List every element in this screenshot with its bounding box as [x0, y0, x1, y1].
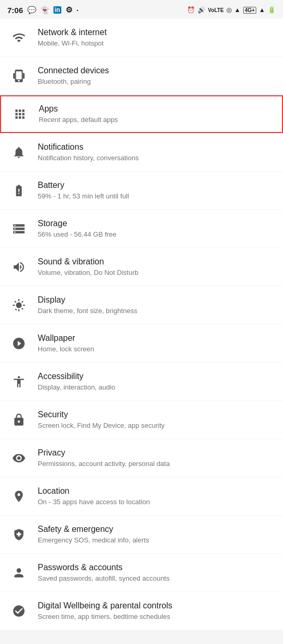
svg-rect-0 [13, 73, 15, 79]
battery-text: Battery 59% - 1 hr, 53 min left until fu… [38, 180, 275, 201]
display-subtitle: Dark theme, font size, brightness [38, 307, 275, 316]
location-status-icon: ◎ [226, 6, 232, 14]
connected-devices-text: Connected devices Bluetooth, pairing [38, 65, 275, 86]
wellbeing-subtitle: Screen time, app timers, bedtime schedul… [38, 613, 275, 621]
settings-item-battery[interactable]: Battery 59% - 1 hr, 53 min left until fu… [0, 172, 283, 209]
passwords-subtitle: Saved passwords, autofill, synced accoun… [38, 574, 275, 583]
network-text: Network & internet Mobile, Wi-Fi, hotspo… [38, 27, 275, 48]
settings-item-notifications[interactable]: Notifications Notification history, conv… [0, 134, 283, 171]
sound-icon [8, 257, 29, 277]
settings-item-connected-devices[interactable]: Connected devices Bluetooth, pairing [0, 57, 283, 95]
wifi-icon-status: ▲ [259, 6, 265, 14]
settings-item-security[interactable]: Security Screen lock, Find My Device, ap… [0, 401, 283, 439]
wallpaper-title: Wallpaper [38, 333, 275, 344]
accessibility-icon [8, 371, 29, 392]
settings-item-accessibility[interactable]: Accessibility Display, interaction, audi… [0, 363, 283, 401]
settings-item-safety[interactable]: Safety & emergency Emergency SOS, medica… [0, 516, 283, 553]
battery-title: Battery [38, 180, 275, 191]
settings-list: Network & internet Mobile, Wi-Fi, hotspo… [0, 19, 283, 630]
settings-item-display[interactable]: Display Dark theme, font size, brightnes… [0, 286, 283, 324]
privacy-icon [8, 448, 29, 469]
settings-item-privacy[interactable]: Privacy Permissions, account activity, p… [0, 439, 283, 477]
status-bar: 7:06 💬 👻 in ⚙ · ⏰ 🔊 VoLTE ◎ ▲ 4G+ ▲ 🔋 [0, 0, 283, 19]
wellbeing-text: Digital Wellbeing & parental controls Sc… [38, 601, 275, 621]
connected-devices-icon [8, 65, 29, 86]
wifi-icon [8, 27, 29, 48]
location-text: Location On - 35 apps have access to loc… [38, 486, 275, 507]
sound-subtitle: Volume, vibration, Do Not Disturb [38, 269, 275, 277]
display-title: Display [38, 295, 275, 306]
safety-text: Safety & emergency Emergency SOS, medica… [38, 524, 275, 545]
battery-icon-status: 🔋 [268, 6, 276, 14]
accessibility-subtitle: Display, interaction, audio [38, 383, 275, 392]
safety-subtitle: Emergency SOS, medical info, alerts [38, 536, 275, 545]
settings-item-network[interactable]: Network & internet Mobile, Wi-Fi, hotspo… [0, 19, 283, 57]
time: 7:06 [7, 6, 23, 15]
privacy-subtitle: Permissions, account activity, personal … [38, 460, 275, 469]
dot-icon: · [77, 6, 79, 15]
accessibility-title: Accessibility [38, 371, 275, 382]
battery-icon [8, 180, 29, 201]
wallpaper-subtitle: Home, lock screen [38, 345, 275, 354]
settings-item-storage[interactable]: Storage 56% used - 56.44 GB free [0, 210, 283, 248]
sound-text: Sound & vibration Volume, vibration, Do … [38, 257, 275, 277]
storage-icon [8, 218, 29, 239]
battery-subtitle: 59% - 1 hr, 53 min left until full [38, 192, 275, 201]
settings-item-location[interactable]: Location On - 35 apps have access to loc… [0, 478, 283, 515]
safety-title: Safety & emergency [38, 524, 275, 535]
tools-icon: ⚙ [66, 5, 72, 15]
apps-icon [9, 104, 30, 125]
wallpaper-text: Wallpaper Home, lock screen [38, 333, 275, 354]
apps-title: Apps [39, 104, 274, 115]
security-icon [8, 409, 29, 430]
passwords-text: Passwords & accounts Saved passwords, au… [38, 562, 275, 583]
data-icon: VoLTE [208, 7, 224, 13]
settings-item-passwords[interactable]: Passwords & accounts Saved passwords, au… [0, 554, 283, 592]
wellbeing-icon [8, 601, 29, 621]
network-subtitle: Mobile, Wi-Fi, hotspot [38, 39, 275, 48]
network-4g-icon: 4G+ [243, 7, 256, 14]
accounts-icon [8, 562, 29, 583]
svg-rect-1 [23, 73, 25, 79]
wellbeing-title: Digital Wellbeing & parental controls [38, 601, 275, 612]
security-subtitle: Screen lock, Find My Device, app securit… [38, 421, 275, 430]
security-text: Security Screen lock, Find My Device, ap… [38, 409, 275, 430]
settings-item-wellbeing[interactable]: Digital Wellbeing & parental controls Sc… [0, 592, 283, 630]
safety-icon [8, 524, 29, 545]
volume-icon: 🔊 [198, 6, 205, 14]
storage-title: Storage [38, 218, 275, 229]
notifications-text: Notifications Notification history, conv… [38, 142, 275, 163]
privacy-text: Privacy Permissions, account activity, p… [38, 448, 275, 469]
snapchat-icon: 👻 [40, 6, 49, 14]
location-title: Location [38, 486, 275, 497]
connected-devices-title: Connected devices [38, 65, 275, 76]
security-title: Security [38, 409, 275, 420]
privacy-title: Privacy [38, 448, 275, 459]
settings-item-sound[interactable]: Sound & vibration Volume, vibration, Do … [0, 248, 283, 286]
notifications-icon [8, 142, 29, 163]
notifications-subtitle: Notification history, conversations [38, 154, 275, 163]
connected-devices-subtitle: Bluetooth, pairing [38, 77, 275, 86]
location-icon [8, 486, 29, 507]
settings-item-apps[interactable]: Apps Recent apps, default apps [0, 95, 283, 133]
settings-item-wallpaper[interactable]: Wallpaper Home, lock screen [0, 325, 283, 362]
apps-text: Apps Recent apps, default apps [39, 104, 274, 125]
status-right: ⏰ 🔊 VoLTE ◎ ▲ 4G+ ▲ 🔋 [187, 6, 276, 14]
storage-subtitle: 56% used - 56.44 GB free [38, 230, 275, 239]
linkedin-icon: in [53, 6, 61, 14]
passwords-title: Passwords & accounts [38, 562, 275, 573]
alarm-icon: ⏰ [187, 6, 195, 14]
location-subtitle: On - 35 apps have access to location [38, 498, 275, 507]
display-text: Display Dark theme, font size, brightnes… [38, 295, 275, 316]
signal-icon: ▲ [234, 6, 241, 14]
whatsapp-icon: 💬 [27, 6, 36, 14]
wallpaper-icon [8, 333, 29, 354]
sound-title: Sound & vibration [38, 257, 275, 268]
network-title: Network & internet [38, 27, 275, 38]
accessibility-text: Accessibility Display, interaction, audi… [38, 371, 275, 392]
apps-subtitle: Recent apps, default apps [39, 116, 274, 125]
display-icon [8, 295, 29, 316]
notifications-title: Notifications [38, 142, 275, 153]
storage-text: Storage 56% used - 56.44 GB free [38, 218, 275, 239]
status-left: 7:06 💬 👻 in ⚙ · [7, 5, 79, 15]
